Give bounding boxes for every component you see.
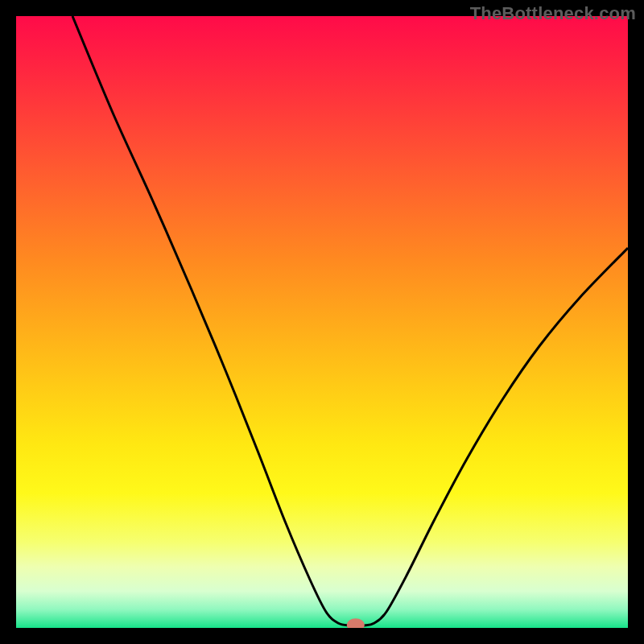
chart-stage: TheBottleneck.com <box>0 0 644 644</box>
watermark-text: TheBottleneck.com <box>470 3 636 24</box>
plot-area <box>16 16 628 631</box>
chart-svg <box>0 0 644 644</box>
gradient-background <box>16 16 628 628</box>
